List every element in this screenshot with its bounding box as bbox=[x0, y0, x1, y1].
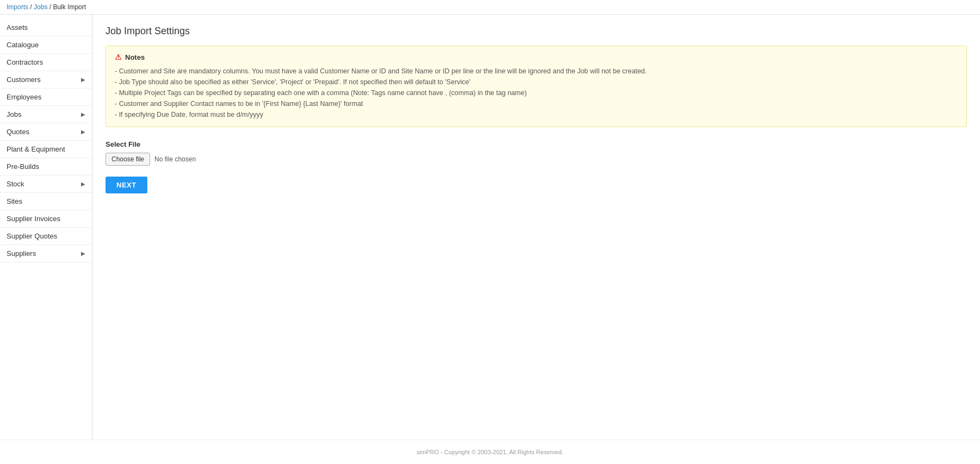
sidebar-item-label: Stock bbox=[7, 180, 24, 188]
page-title: Job Import Settings bbox=[106, 26, 967, 37]
sidebar-item-suppliers[interactable]: Suppliers▶ bbox=[0, 245, 92, 262]
next-button[interactable]: NEXT bbox=[106, 177, 147, 193]
sidebar-item-label: Catalogue bbox=[7, 41, 39, 49]
chevron-right-icon: ▶ bbox=[81, 181, 85, 187]
breadcrumb: Imports / Jobs / Bulk Import bbox=[0, 0, 980, 15]
sidebar-item-label: Employees bbox=[7, 93, 41, 101]
notes-header: ⚠ Notes bbox=[115, 53, 958, 61]
warning-icon: ⚠ bbox=[115, 53, 122, 61]
breadcrumb-jobs[interactable]: Jobs bbox=[34, 3, 47, 11]
sidebar-item-assets[interactable]: Assets bbox=[0, 19, 92, 36]
main-content: Job Import Settings ⚠ Notes - Customer a… bbox=[92, 15, 980, 462]
sidebar-item-quotes[interactable]: Quotes▶ bbox=[0, 123, 92, 141]
select-file-label: Select File bbox=[106, 140, 967, 148]
sidebar-item-jobs[interactable]: Jobs▶ bbox=[0, 106, 92, 123]
choose-file-button[interactable]: Choose file bbox=[106, 153, 150, 166]
sidebar-item-label: Sites bbox=[7, 197, 22, 205]
no-file-text: No file chosen bbox=[154, 155, 196, 163]
sidebar-item-label: Pre-Builds bbox=[7, 162, 39, 171]
chevron-right-icon: ▶ bbox=[81, 77, 85, 83]
sidebar-item-label: Supplier Quotes bbox=[7, 232, 57, 240]
sidebar-item-label: Supplier Invoices bbox=[7, 215, 60, 223]
sidebar-item-employees[interactable]: Employees bbox=[0, 89, 92, 106]
breadcrumb-imports[interactable]: Imports bbox=[7, 3, 28, 11]
sidebar-item-stock[interactable]: Stock▶ bbox=[0, 175, 92, 193]
notes-line: - Multiple Project Tags can be specified… bbox=[115, 87, 958, 98]
sidebar-item-catalogue[interactable]: Catalogue bbox=[0, 36, 92, 54]
chevron-right-icon: ▶ bbox=[81, 129, 85, 135]
notes-heading: Notes bbox=[125, 53, 145, 61]
sidebar-item-label: Customers bbox=[7, 76, 41, 84]
sidebar-item-label: Assets bbox=[7, 23, 28, 32]
chevron-right-icon: ▶ bbox=[81, 250, 85, 256]
file-input-row: Choose file No file chosen bbox=[106, 153, 967, 166]
sidebar-item-label: Plant & Equipment bbox=[7, 145, 65, 153]
sidebar-item-label: Quotes bbox=[7, 128, 29, 136]
notes-line: - Job Type should also be specified as e… bbox=[115, 77, 958, 87]
footer-text: simPRO - Copyright © 2003-2021, All Righ… bbox=[417, 449, 563, 455]
sidebar-item-pre-builds[interactable]: Pre-Builds bbox=[0, 158, 92, 175]
sidebar-item-customers[interactable]: Customers▶ bbox=[0, 71, 92, 89]
sidebar-item-supplier-invoices[interactable]: Supplier Invoices bbox=[0, 210, 92, 228]
breadcrumb-current: Bulk Import bbox=[53, 3, 86, 11]
sidebar-item-label: Contractors bbox=[7, 58, 43, 66]
sidebar-item-plant-equipment[interactable]: Plant & Equipment bbox=[0, 141, 92, 158]
sidebar-item-sites[interactable]: Sites bbox=[0, 193, 92, 210]
notes-box: ⚠ Notes - Customer and Site are mandator… bbox=[106, 46, 967, 127]
notes-body: - Customer and Site are mandatory column… bbox=[115, 66, 958, 120]
notes-line: - Customer and Supplier Contact names to… bbox=[115, 98, 958, 109]
chevron-right-icon: ▶ bbox=[81, 111, 85, 117]
sidebar-item-contractors[interactable]: Contractors bbox=[0, 54, 92, 71]
sidebar-item-label: Jobs bbox=[7, 110, 21, 118]
footer: simPRO - Copyright © 2003-2021, All Righ… bbox=[0, 440, 980, 464]
sidebar-item-supplier-quotes[interactable]: Supplier Quotes bbox=[0, 228, 92, 245]
sidebar-item-label: Suppliers bbox=[7, 249, 36, 258]
sidebar: AssetsCatalogueContractorsCustomers▶Empl… bbox=[0, 15, 92, 462]
notes-line: - Customer and Site are mandatory column… bbox=[115, 66, 958, 77]
notes-line: - If specifying Due Date, format must be… bbox=[115, 109, 958, 120]
